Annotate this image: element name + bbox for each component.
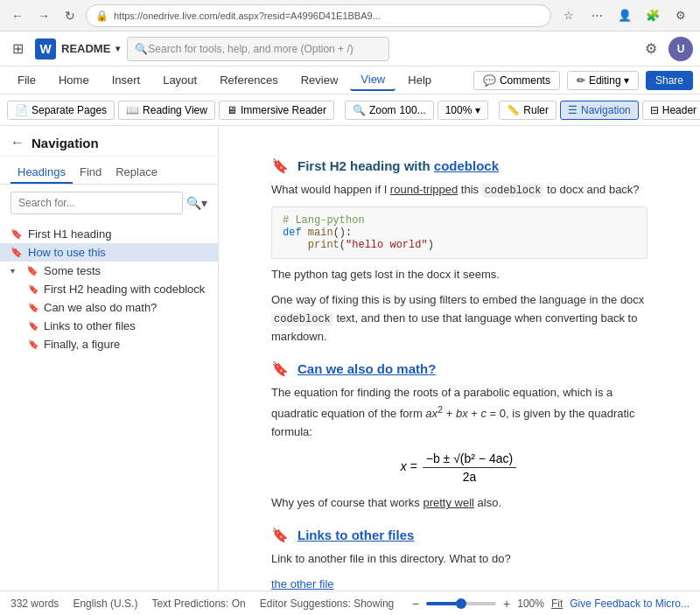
nav-item-label: Finally, a figure — [44, 338, 120, 351]
other-file-anchor[interactable]: the other file — [271, 577, 334, 591]
editor-suggestions: Editor Suggestions: Showing — [260, 598, 394, 610]
status-bar-right: − + 100% Fit Give Feedback to Micro... — [412, 597, 690, 611]
codeblock-link[interactable]: codeblock — [434, 158, 499, 173]
document-content: 🔖 First H2 heading with codeblock What w… — [219, 126, 700, 591]
para-math-desc: The equation for finding the roots of a … — [271, 384, 648, 442]
nav-item-h1-first[interactable]: 🔖 First H1 heading — [0, 225, 218, 243]
share-btn[interactable]: Share — [646, 71, 693, 90]
sidebar-title: Navigation — [32, 136, 99, 150]
tab-view[interactable]: View — [350, 69, 396, 91]
search-input[interactable] — [10, 192, 183, 214]
immersive-reader-btn[interactable]: 🖥 Immersive Reader — [219, 101, 334, 120]
code-def: def — [283, 227, 302, 239]
nav-item-h2-codeblock[interactable]: 🔖 First H2 heading with codeblock — [0, 280, 218, 298]
zoom-out-btn[interactable]: − — [412, 597, 419, 611]
heading-bookmark-icon: 🔖 — [271, 157, 289, 174]
zoom-percent-btn[interactable]: 100% ▾ — [438, 101, 489, 120]
expand-icon: ▾ — [10, 266, 21, 276]
browser-back-btn[interactable]: ← — [7, 5, 28, 26]
para-fix: One way of fixing this is by using filte… — [271, 291, 648, 346]
main-layout: ← Navigation Headings Find Replace 🔍▾ 🔖 … — [0, 126, 700, 591]
nav-item-label: First H1 heading — [28, 227, 111, 241]
toolbar: 📄 Separate Pages 📖 Reading View 🖥 Immers… — [0, 94, 700, 126]
bookmark-icon: 🔖 — [10, 228, 23, 240]
browser-menu-btn[interactable]: ⋯ — [584, 3, 609, 28]
lock-icon: 🔒 — [95, 10, 108, 22]
code-string: "hello world" — [346, 239, 428, 251]
address-bar[interactable]: 🔒 https://onedrive.live.com/edit.aspx?re… — [86, 4, 551, 27]
book-icon: 📖 — [126, 104, 139, 116]
browser-settings-btn[interactable]: ⚙ — [668, 3, 693, 28]
zoom-icon: 🔍 — [353, 104, 366, 116]
separate-pages-btn[interactable]: 📄 Separate Pages — [7, 101, 115, 120]
tab-file[interactable]: File — [7, 70, 46, 90]
bookmark-icon: 🔖 — [10, 247, 23, 258]
bookmark-icon: 🔖 — [28, 303, 38, 312]
feedback-text[interactable]: Give Feedback to Micro... — [570, 598, 690, 610]
app-title-caret[interactable]: ▾ — [116, 44, 120, 53]
nav-item-how-to-use[interactable]: 🔖 How to use this — [0, 243, 218, 262]
browser-bar: ← → ↻ 🔒 https://onedrive.live.com/edit.a… — [0, 0, 700, 31]
heading-codeblock-text: First H2 heading with codeblock — [298, 158, 499, 173]
sidebar-header: ← Navigation — [0, 126, 218, 157]
nav-item-links[interactable]: 🔖 Links to other files — [0, 317, 218, 335]
grid-menu-btn[interactable]: ⊞ — [7, 38, 28, 59]
sidebar-search: 🔍▾ — [0, 185, 218, 221]
tab-replace[interactable]: Replace — [108, 162, 164, 184]
bookmark-icon: 🔖 — [26, 265, 38, 276]
codeblock-inline2: codeblock — [271, 312, 333, 326]
nav-item-figure[interactable]: 🔖 Finally, a figure — [0, 335, 218, 353]
tab-references[interactable]: References — [209, 70, 288, 90]
status-bar: 332 words English (U.S.) Text Prediction… — [0, 591, 700, 615]
zoom-slider[interactable] — [426, 602, 496, 605]
reading-view-btn[interactable]: 📖 Reading View — [118, 101, 215, 120]
heading-math-text[interactable]: Can we also do math? — [298, 361, 436, 376]
avatar[interactable]: U — [668, 37, 693, 61]
para-round-trip: What would happen if I round-tripped thi… — [271, 181, 648, 199]
code-print: print — [308, 239, 340, 251]
header-footer-btn[interactable]: ⊟ Header & Footer — [642, 101, 700, 120]
bookmark-star-btn[interactable]: ☆ — [556, 3, 581, 28]
browser-forward-btn[interactable]: → — [33, 5, 54, 26]
navigation-sidebar: ← Navigation Headings Find Replace 🔍▾ 🔖 … — [0, 126, 219, 591]
math-numerator: −b ± √(b² − 4ac) — [423, 451, 516, 468]
tab-home[interactable]: Home — [48, 70, 100, 90]
nav-icon: ☰ — [568, 104, 578, 116]
ruler-btn[interactable]: 📏 Ruler — [499, 101, 556, 120]
settings-icon-btn[interactable]: ⚙ — [639, 37, 663, 61]
para-python-lost: The python tag gets lost in the docx it … — [271, 266, 648, 284]
tab-help[interactable]: Help — [397, 70, 442, 90]
nav-item-label: Can we also do math? — [44, 301, 157, 314]
pencil-icon: ✏ — [577, 74, 585, 87]
app-search-bar[interactable]: 🔍 Search for tools, help, and more (Opti… — [127, 37, 389, 61]
nav-item-some-tests[interactable]: ▾ 🔖 Some tests — [0, 262, 218, 280]
code-comment: # Lang-python — [283, 214, 365, 227]
text-predictions: Text Predictions: On — [151, 598, 245, 610]
search-btn[interactable]: 🔍▾ — [186, 196, 207, 210]
sidebar-back-btn[interactable]: ← — [10, 135, 24, 150]
word-icon: W — [35, 38, 56, 59]
app-title: README — [61, 42, 110, 55]
app-bar: ⊞ W README ▾ 🔍 Search for tools, help, a… — [0, 31, 700, 66]
navigation-btn[interactable]: ☰ Navigation — [560, 101, 639, 120]
comments-btn[interactable]: 💬 Comments — [473, 71, 560, 90]
zoom-in-btn[interactable]: + — [503, 597, 510, 611]
tab-insert[interactable]: Insert — [102, 70, 151, 90]
search-icon: 🔍 — [135, 43, 148, 55]
browser-refresh-btn[interactable]: ↻ — [60, 5, 80, 26]
fit-label[interactable]: Fit — [551, 598, 563, 610]
bookmark-icon: 🔖 — [28, 339, 38, 349]
profile-btn[interactable]: 👤 — [612, 3, 637, 28]
nav-item-math[interactable]: 🔖 Can we also do math? — [0, 298, 218, 317]
heading-links-text[interactable]: Links to other files — [298, 528, 414, 542]
tab-review[interactable]: Review — [290, 70, 349, 90]
tab-find[interactable]: Find — [73, 162, 108, 184]
editing-btn[interactable]: ✏ Editing ▾ — [567, 71, 639, 90]
para-math-after: Why yes of course that works pretty well… — [271, 494, 648, 513]
extensions-btn[interactable]: 🧩 — [640, 3, 665, 28]
tab-layout[interactable]: Layout — [152, 70, 207, 90]
tab-headings[interactable]: Headings — [10, 162, 73, 184]
zoom-btn[interactable]: 🔍 Zoom 100... — [345, 101, 434, 120]
heading-math: 🔖 Can we also do math? — [271, 360, 648, 377]
bookmark-icon: 🔖 — [28, 284, 38, 294]
